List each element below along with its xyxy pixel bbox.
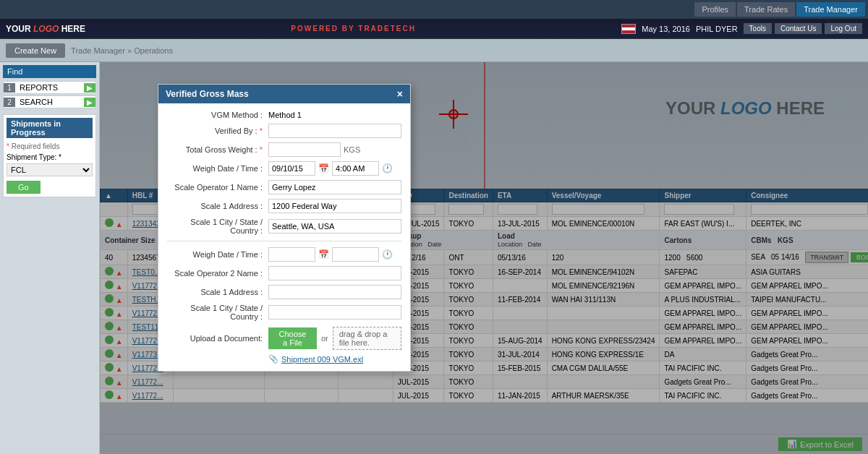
gross-weight-row: Total Gross Weight : * KGS [167, 142, 401, 157]
user-actions: Tools Contact Us Log Out [744, 23, 862, 34]
upload-row: Upload a Document: Choose a File or drag… [167, 327, 401, 350]
vgm-method-value: Method 1 [268, 111, 302, 119]
vgm-modal: Verified Gross Mass × VGM Method : Metho… [158, 84, 411, 372]
weigh-time1-input[interactable] [332, 161, 379, 176]
modal-header: Verified Gross Mass × [158, 85, 410, 103]
main-layout: Find 1 REPORTS ▶ 2 SEARCH ▶ Shipments in… [0, 62, 868, 454]
find-label: Find [3, 65, 96, 78]
trade-rates-button[interactable]: Trade Rates [737, 2, 795, 17]
calendar2-icon[interactable]: 📅 [318, 249, 329, 260]
trade-manager-button[interactable]: Trade Manager [796, 2, 865, 17]
search-arrow: ▶ [84, 98, 95, 107]
verified-by-row: Verified By : * [167, 124, 401, 138]
modal-overlay: Verified Gross Mass × VGM Method : Metho… [100, 62, 868, 454]
clock1-icon[interactable]: 🕐 [382, 163, 393, 174]
scale1-address-row: Scale 1 Address : [167, 199, 401, 213]
scale2-city-row: Scale 1 City / State / Country : [167, 304, 401, 321]
user-info: May 13, 2016 PHIL DYER Tools Contact Us … [621, 23, 862, 34]
toolbar: Create New Trade Manager » Operations [0, 39, 868, 62]
drop-zone[interactable]: drag & drop a file here. [333, 327, 401, 350]
scale1-address-input[interactable] [268, 199, 401, 213]
datetime1-inputs: 📅 🕐 [268, 161, 393, 176]
main-content: YOUR LOGO HERE ▲ HBL # Status Carrier Bo… [100, 62, 868, 454]
modal-body: VGM Method : Method 1 Verified By : * To… [158, 103, 410, 371]
modal-title: Verified Gross Mass [166, 89, 249, 99]
verified-by-input[interactable] [268, 124, 401, 138]
logo-bar: YOUR LOGO HERE POWERED BY TRADETECH May … [0, 19, 868, 39]
profiles-button[interactable]: Profiles [694, 2, 736, 17]
top-navigation: Profiles Trade Rates Trade Manager [0, 0, 868, 19]
logo: YOUR LOGO HERE [6, 24, 85, 34]
logout-button[interactable]: Log Out [825, 23, 862, 34]
scale-op1-input[interactable] [268, 180, 401, 194]
required-note: * * Required fieldsRequired fields [7, 142, 93, 150]
shipment-type-label: Shipment Type: * [7, 153, 93, 161]
calendar1-icon[interactable]: 📅 [318, 163, 329, 174]
scale2-address-input[interactable] [268, 285, 401, 299]
datetime2-inputs: 📅 🕐 [268, 247, 393, 262]
go-button[interactable]: Go [7, 181, 41, 194]
weigh-date1-input[interactable] [268, 161, 315, 176]
scale2-city-input[interactable] [268, 305, 401, 320]
gross-weight-input[interactable] [268, 142, 341, 157]
verified-by-label: Verified By : * [167, 127, 268, 135]
modal-close-button[interactable]: × [397, 88, 403, 100]
scale2-address-row: Scale 1 Address : [167, 285, 401, 299]
scale1-city-input[interactable] [268, 219, 401, 234]
shipments-in-progress-box: Shipments in Progress * * Required field… [3, 114, 96, 197]
breadcrumb: Trade Manager » Operations [71, 46, 173, 55]
weigh-datetime1-row: Weigh Date / Time : 📅 🕐 [167, 161, 401, 176]
contact-button[interactable]: Contact Us [775, 23, 822, 34]
scale-op2-row: Scale Operator 2 Name : [167, 266, 401, 280]
shipment-type-select[interactable]: FCL [7, 163, 93, 176]
tools-button[interactable]: Tools [744, 23, 772, 34]
create-new-button[interactable]: Create New [6, 43, 65, 58]
sidebar-item-reports[interactable]: 1 REPORTS ▶ [3, 81, 96, 94]
gross-weight-label: Total Gross Weight : * [167, 145, 268, 154]
shipments-title: Shipments in Progress [7, 118, 93, 138]
file-icon: 📎 [268, 354, 278, 364]
file-link[interactable]: Shipment 009 VGM.exl [281, 355, 363, 364]
sidebar: Find 1 REPORTS ▶ 2 SEARCH ▶ Shipments in… [0, 62, 100, 454]
scale1-city-row: Scale 1 City / State / Country : [167, 218, 401, 235]
vgm-method-row: VGM Method : Method 1 [167, 111, 401, 119]
choose-file-button[interactable]: Choose a File [268, 327, 317, 349]
weigh-datetime2-row: Weigh Date / Time : 📅 🕐 [167, 247, 401, 262]
clock2-icon[interactable]: 🕐 [382, 249, 393, 260]
powered-by: POWERED BY TRADETECH [85, 25, 621, 33]
scale-op1-row: Scale Operator 1 Name : [167, 180, 401, 194]
file-row: 📎 Shipment 009 VGM.exl [167, 354, 401, 364]
flag-icon [621, 24, 636, 34]
weigh-date2-input[interactable] [268, 247, 315, 262]
weigh-time2-input[interactable] [332, 247, 379, 262]
reports-arrow: ▶ [84, 83, 95, 93]
sidebar-item-search[interactable]: 2 SEARCH ▶ [3, 95, 96, 108]
scale-op2-input[interactable] [268, 266, 401, 280]
